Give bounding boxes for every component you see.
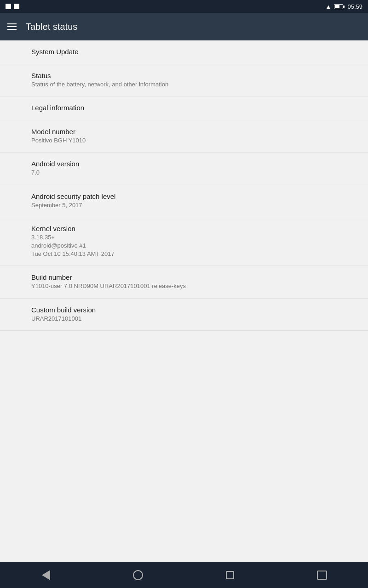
item-subtitle-model-number: Positivo BGH Y1010 [31,136,337,145]
list-item-system-update[interactable]: System Update [0,40,368,64]
bottom-nav [0,562,368,588]
list-item-build-number[interactable]: Build numberY1010-user 7.0 NRD90M URAR20… [0,266,368,298]
wifi-icon: ▲ [326,3,332,10]
item-subtitle-android-security-patch-level: September 5, 2017 [31,201,337,209]
app-bar: Tablet status [0,13,368,40]
recents-button[interactable] [216,566,244,584]
item-subtitle-status: Status of the battery, network, and othe… [31,80,337,89]
screenshot-icon [317,571,327,580]
list-item-legal-information[interactable]: Legal information [0,96,368,120]
item-title-model-number: Model number [31,128,337,136]
list-item-status[interactable]: StatusStatus of the battery, network, an… [0,64,368,96]
recents-icon [226,571,234,579]
item-title-kernel-version: Kernel version [31,225,337,232]
home-icon [133,570,143,580]
list-item-android-security-patch-level[interactable]: Android security patch levelSeptember 5,… [0,185,368,217]
hamburger-menu-icon[interactable] [7,23,17,30]
status-time: 05:59 [347,3,362,10]
status-icons: ▲ 05:59 [326,3,362,10]
list-item-custom-build-version[interactable]: Custom build versionURAR2017101001 [0,299,368,331]
notification-icon-2 [14,4,19,9]
item-subtitle-android-version: 7.0 [31,169,337,177]
app-bar-title: Tablet status [26,22,77,32]
home-button[interactable] [124,566,152,584]
item-subtitle-build-number: Y1010-user 7.0 NRD90M URAR2017101001 rel… [31,282,337,290]
screenshot-button[interactable] [308,566,336,584]
item-subtitle-kernel-version: 3.18.35+ android@positivo #1 Tue Oct 10 … [31,233,337,259]
item-title-legal-information: Legal information [31,104,337,112]
back-button[interactable] [32,566,60,584]
list-item-model-number[interactable]: Model numberPositivo BGH Y1010 [0,120,368,153]
battery-icon [334,4,345,9]
back-icon [42,570,50,580]
content-area: System UpdateStatusStatus of the battery… [0,40,368,562]
item-title-custom-build-version: Custom build version [31,306,337,314]
status-bar: ▲ 05:59 [0,0,368,13]
item-title-android-security-patch-level: Android security patch level [31,192,337,200]
item-title-android-version: Android version [31,160,337,168]
list-item-kernel-version[interactable]: Kernel version3.18.35+ android@positivo … [0,217,368,266]
item-subtitle-custom-build-version: URAR2017101001 [31,315,337,323]
list-item-android-version[interactable]: Android version7.0 [0,153,368,185]
item-title-status: Status [31,72,337,79]
item-title-system-update: System Update [31,48,337,56]
item-title-build-number: Build number [31,273,337,281]
notification-icon-1 [6,4,11,9]
